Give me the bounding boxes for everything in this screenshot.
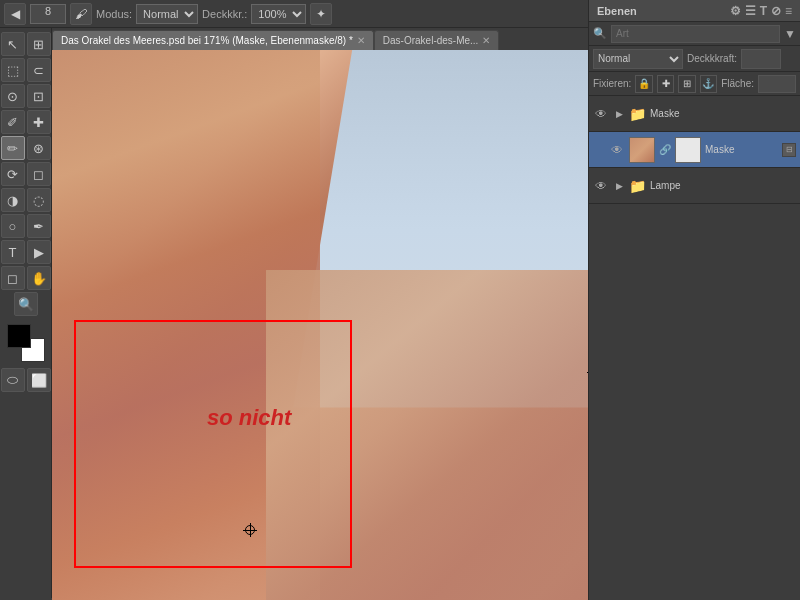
eyedropper-tool[interactable]: ✐ bbox=[1, 110, 25, 134]
shape-tool[interactable]: ◻ bbox=[1, 266, 25, 290]
deckkkraft-label: Deckkkr.: bbox=[202, 8, 247, 20]
quick-select-tool[interactable]: ⊙ bbox=[1, 84, 25, 108]
tab-active[interactable]: Das Orakel des Meeres.psd bei 171% (Mask… bbox=[52, 30, 374, 50]
layer-maske-group[interactable]: 👁 ▶ 📁 Maske bbox=[589, 96, 800, 132]
marquee-tool[interactable]: ⬚ bbox=[1, 58, 25, 82]
tab2-close[interactable]: ✕ bbox=[482, 35, 490, 46]
layer-eye-lampe[interactable]: 👁 bbox=[593, 178, 609, 194]
fix-lock-btn[interactable]: 🔒 bbox=[635, 75, 652, 93]
layers-title-text: Ebenen bbox=[597, 5, 637, 17]
layers-icon-4[interactable]: ⊘ bbox=[771, 4, 781, 18]
tab1-label: Das Orakel des Meeres.psd bei 171% (Mask… bbox=[61, 35, 353, 46]
type-tool[interactable]: T bbox=[1, 240, 25, 264]
layers-title-icons: ⚙ ☰ T ⊘ ≡ bbox=[730, 4, 792, 18]
layers-icon-5[interactable]: ≡ bbox=[785, 4, 792, 18]
layer-mask-thumb bbox=[675, 137, 701, 163]
skin-bottom-right bbox=[266, 270, 588, 600]
hand-tool[interactable]: ✋ bbox=[27, 266, 51, 290]
layers-blend-row: Normal Deckkkraft: 100% bbox=[589, 46, 800, 72]
layer-name-lampe: Lampe bbox=[650, 180, 796, 191]
modus-label: Modus: bbox=[96, 8, 132, 20]
path-select-tool[interactable]: ▶ bbox=[27, 240, 51, 264]
artboard-tool[interactable]: ⊞ bbox=[27, 32, 51, 56]
quick-mask-btn[interactable]: ⬭ bbox=[1, 368, 25, 392]
thumb-skin-fill bbox=[630, 138, 654, 162]
search-filter-icon[interactable]: ▼ bbox=[784, 27, 796, 41]
image-canvas: so nicht bbox=[52, 50, 588, 600]
layer-lampe-group[interactable]: 👁 ▶ 📁 Lampe bbox=[589, 168, 800, 204]
history-brush-tool[interactable]: ⟳ bbox=[1, 162, 25, 186]
gradient-tool[interactable]: ◑ bbox=[1, 188, 25, 212]
left-toolbar: ↖ ⊞ ⬚ ⊂ ⊙ ⊡ ✐ ✚ ✏ ⊛ ⟳ ◻ ◑ ◌ ○ ✒ T ▶ ◻ ✋ … bbox=[0, 28, 52, 598]
layer-expand-maske-group[interactable]: ▶ bbox=[613, 108, 625, 120]
dodge-tool[interactable]: ○ bbox=[1, 214, 25, 238]
layer-name-maske-mask: Maske bbox=[705, 144, 778, 155]
brush-tool[interactable]: ✏ bbox=[1, 136, 25, 160]
layers-icon-2[interactable]: ☰ bbox=[745, 4, 756, 18]
layer-expand-lampe[interactable]: ▶ bbox=[613, 180, 625, 192]
brush-size-input[interactable]: 8 bbox=[30, 4, 66, 24]
layers-search-input[interactable] bbox=[611, 25, 780, 43]
canvas-background: so nicht bbox=[52, 50, 588, 600]
layers-icon-3[interactable]: T bbox=[760, 4, 767, 18]
clone-tool[interactable]: ⊛ bbox=[27, 136, 51, 160]
deckkkraft-select[interactable]: 100% bbox=[251, 4, 306, 24]
layers-panel: Ebenen ⚙ ☰ T ⊘ ≡ 🔍 ▼ Normal Deckkkraft: … bbox=[588, 0, 800, 600]
folder-icon-lampe: 📁 bbox=[629, 178, 646, 194]
opacity-label: Deckkkraft: bbox=[687, 53, 737, 64]
fix-label: Fixieren: bbox=[593, 78, 631, 89]
opacity-input[interactable]: 100% bbox=[741, 49, 781, 69]
layers-title-bar: Ebenen ⚙ ☰ T ⊘ ≡ bbox=[589, 0, 800, 22]
fg-color-swatch[interactable] bbox=[7, 324, 31, 348]
layer-maske-mask[interactable]: 👁 🔗 Maske ⊟ bbox=[589, 132, 800, 168]
layer-eye-maske-mask[interactable]: 👁 bbox=[609, 142, 625, 158]
layers-icon-1[interactable]: ⚙ bbox=[730, 4, 741, 18]
move-tool[interactable]: ↖ bbox=[1, 32, 25, 56]
eraser-tool[interactable]: ◻ bbox=[27, 162, 51, 186]
brush-back-btn[interactable]: ◀ bbox=[4, 3, 26, 25]
flaeche-label: Fläche: bbox=[721, 78, 754, 89]
fix-pixel-btn[interactable]: ⊞ bbox=[678, 75, 695, 93]
fix-move-btn[interactable]: ✚ bbox=[657, 75, 674, 93]
tab-inactive[interactable]: Das-Orakel-des-Me... ✕ bbox=[374, 30, 500, 50]
layer-badge-maske: ⊟ bbox=[782, 143, 796, 157]
tab1-close[interactable]: ✕ bbox=[357, 35, 365, 46]
healing-tool[interactable]: ✚ bbox=[27, 110, 51, 134]
screen-mode-btn[interactable]: ⬜ bbox=[27, 368, 51, 392]
brush-icon-btn[interactable]: 🖌 bbox=[70, 3, 92, 25]
pen-tool[interactable]: ✒ bbox=[27, 214, 51, 238]
blend-mode-select[interactable]: Normal bbox=[593, 49, 683, 69]
tab2-label: Das-Orakel-des-Me... bbox=[383, 35, 479, 46]
blur-tool[interactable]: ◌ bbox=[27, 188, 51, 212]
search-icon: 🔍 bbox=[593, 27, 607, 40]
fix-all-btn[interactable]: ⚓ bbox=[700, 75, 717, 93]
folder-icon-maske-group: 📁 bbox=[629, 106, 646, 122]
airbrush-icon-btn[interactable]: ✦ bbox=[310, 3, 332, 25]
crop-tool[interactable]: ⊡ bbox=[27, 84, 51, 108]
modus-select[interactable]: Normal bbox=[136, 4, 198, 24]
layers-fix-row: Fixieren: 🔒 ✚ ⊞ ⚓ Fläche: 100% bbox=[589, 72, 800, 96]
layer-thumb-skin bbox=[629, 137, 655, 163]
lasso-tool[interactable]: ⊂ bbox=[27, 58, 51, 82]
color-swatches bbox=[7, 324, 45, 362]
layer-link-icon: 🔗 bbox=[659, 144, 671, 155]
layer-name-maske-group: Maske bbox=[650, 108, 796, 119]
flaeche-input[interactable]: 100% bbox=[758, 75, 796, 93]
layer-eye-maske-group[interactable]: 👁 bbox=[593, 106, 609, 122]
tab-bar: Das Orakel des Meeres.psd bei 171% (Mask… bbox=[52, 28, 588, 50]
zoom-tool[interactable]: 🔍 bbox=[14, 292, 38, 316]
layers-search-bar: 🔍 ▼ bbox=[589, 22, 800, 46]
